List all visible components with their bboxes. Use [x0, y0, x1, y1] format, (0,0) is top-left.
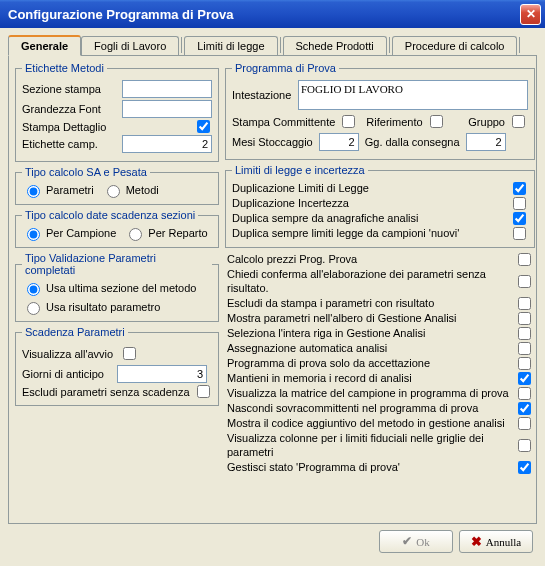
gruppo-checkbox[interactable]	[512, 115, 525, 128]
group-programma-prova: Programma di Prova Intestazione Stampa C…	[225, 62, 535, 160]
label-seleziona-riga: Seleziona l'intera riga in Gestione Anal…	[227, 326, 514, 340]
dup-limiti-checkbox[interactable]	[513, 182, 526, 195]
dup-campioni-nuovi-checkbox[interactable]	[513, 227, 526, 240]
legend-programma: Programma di Prova	[232, 62, 339, 74]
intestazione-input[interactable]	[298, 80, 528, 110]
tab-schede[interactable]: Schede Prodotti	[283, 36, 387, 55]
codice-aggiuntivo-checkbox[interactable]	[518, 417, 531, 430]
tab-limiti[interactable]: Limiti di legge	[184, 36, 277, 55]
assegnazione-auto-checkbox[interactable]	[518, 342, 531, 355]
etichette-camp-input[interactable]	[122, 135, 212, 153]
tab-bar: Generale Fogli di Lavoro Limiti di legge…	[8, 34, 537, 56]
label-codice-aggiuntivo: Mostra il codice aggiuntivo del metodo i…	[227, 416, 514, 430]
seleziona-riga-checkbox[interactable]	[518, 327, 531, 340]
label-solo-accettazione: Programma di prova solo da accettazione	[227, 356, 514, 370]
mantieni-memoria-checkbox[interactable]	[518, 372, 531, 385]
ok-button[interactable]: ✔ Ok	[379, 530, 453, 553]
label-mantieni-memoria: Mantieni in memoria i record di analisi	[227, 371, 514, 385]
label-assegnazione-auto: Assegnazione automatica analisi	[227, 341, 514, 355]
radio-per-reparto[interactable]: Per Reparto	[124, 225, 207, 241]
colonne-fiduciali-checkbox[interactable]	[518, 439, 531, 452]
label-mostra-albero: Mostra parametri nell'albero di Gestione…	[227, 311, 514, 325]
group-scadenza-parametri: Scadenza Parametri Visualizza all'avvio …	[15, 326, 219, 406]
label-sezione-stampa: Sezione stampa	[22, 83, 122, 95]
radio-usa-risultato[interactable]: Usa risultato parametro	[22, 299, 160, 315]
mesi-stoccaggio-input[interactable]	[319, 133, 359, 151]
label-dup-anagrafiche: Duplica sempre da anagrafiche analisi	[232, 211, 509, 225]
label-giorni-anticipo: Giorni di anticipo	[22, 368, 117, 380]
riferimento-checkbox[interactable]	[430, 115, 443, 128]
close-icon[interactable]: ✕	[520, 4, 541, 25]
cancel-icon: ✖	[471, 534, 482, 550]
tab-separator	[519, 37, 520, 53]
label-dup-campioni-nuovi: Duplica sempre limiti legge da campioni …	[232, 226, 509, 240]
label-intestazione: Intestazione	[232, 89, 298, 101]
legend-tipo-calcolo-sa: Tipo calcolo SA e Pesata	[22, 166, 150, 178]
grandezza-font-input[interactable]	[122, 100, 212, 118]
tab-fogli[interactable]: Fogli di Lavoro	[81, 36, 179, 55]
radio-metodi[interactable]: Metodi	[102, 182, 159, 198]
dup-incertezza-checkbox[interactable]	[513, 197, 526, 210]
visualizza-avvio-checkbox[interactable]	[123, 347, 136, 360]
tab-procedure[interactable]: Procedure di calcolo	[392, 36, 518, 55]
label-dup-limiti: Duplicazione Limiti di Legge	[232, 181, 509, 195]
label-riferimento: Riferimento	[366, 116, 422, 128]
annulla-button[interactable]: ✖ Annulla	[459, 530, 533, 553]
gruppo-field: Gruppo	[468, 112, 528, 131]
escludi-senza-scadenza-checkbox[interactable]	[197, 385, 210, 398]
legend-scadenza: Scadenza Parametri	[22, 326, 128, 338]
label-escludi-stampa: Escludi da stampa i parametri con risult…	[227, 296, 514, 310]
label-gruppo: Gruppo	[468, 116, 505, 128]
label-gg-consegna: Gg. dalla consegna	[365, 136, 460, 148]
options-list: Calcolo prezzi Prog. Prova Chiedi confer…	[225, 252, 535, 474]
visualizza-matrice-checkbox[interactable]	[518, 387, 531, 400]
dup-anagrafiche-checkbox[interactable]	[513, 212, 526, 225]
group-tipo-calcolo-date: Tipo calcolo date scadenza sezioni Per C…	[15, 209, 219, 248]
stampa-committente-checkbox[interactable]	[342, 115, 355, 128]
client-area: Generale Fogli di Lavoro Limiti di legge…	[0, 28, 545, 561]
gestisci-stato-checkbox[interactable]	[518, 461, 531, 474]
legend-tipo-validazione: Tipo Validazione Parametri completati	[22, 252, 212, 276]
group-limiti-legge: Limiti di legge e incertezza Duplicazion…	[225, 164, 535, 248]
label-mesi-stoccaggio: Mesi Stoccaggio	[232, 136, 313, 148]
mostra-albero-checkbox[interactable]	[518, 312, 531, 325]
tab-separator	[181, 37, 182, 53]
label-visualizza-avvio: Visualizza all'avvio	[22, 348, 113, 360]
legend-etichette-metodi: Etichette Metodi	[22, 62, 107, 74]
label-chiedi-conferma: Chiedi conferma all'elaborazione dei par…	[227, 267, 514, 295]
gg-consegna-input[interactable]	[466, 133, 506, 151]
label-escludi-senza-scadenza: Escludi parametri senza scadenza	[22, 386, 193, 398]
chiedi-conferma-checkbox[interactable]	[518, 275, 531, 288]
radio-per-campione[interactable]: Per Campione	[22, 225, 116, 241]
label-etichette-camp: Etichette camp.	[22, 138, 122, 150]
calcolo-prezzi-checkbox[interactable]	[518, 253, 531, 266]
titlebar: Configurazione Programma di Prova ✕	[0, 0, 545, 28]
group-tipo-validazione: Tipo Validazione Parametri completati Us…	[15, 252, 219, 322]
check-icon: ✔	[402, 534, 412, 549]
nascondi-sovracomm-checkbox[interactable]	[518, 402, 531, 415]
group-tipo-calcolo-sa: Tipo calcolo SA e Pesata Parametri Metod…	[15, 166, 219, 205]
stampa-dettaglio-checkbox[interactable]	[197, 120, 210, 133]
solo-accettazione-checkbox[interactable]	[518, 357, 531, 370]
window-title: Configurazione Programma di Prova	[8, 7, 520, 22]
label-visualizza-matrice: Visualizza la matrice del campione in pr…	[227, 386, 514, 400]
tab-panel-generale: Etichette Metodi Sezione stampa Grandezz…	[8, 56, 537, 524]
riferimento-field: Riferimento	[366, 112, 445, 131]
radio-parametri[interactable]: Parametri	[22, 182, 94, 198]
tab-generale[interactable]: Generale	[8, 35, 81, 56]
label-nascondi-sovracomm: Nascondi sovracommittenti nel programma …	[227, 401, 514, 415]
label-grandezza-font: Grandezza Font	[22, 103, 122, 115]
tab-separator	[389, 37, 390, 53]
giorni-anticipo-input[interactable]	[117, 365, 207, 383]
escludi-stampa-checkbox[interactable]	[518, 297, 531, 310]
sezione-stampa-input[interactable]	[122, 80, 212, 98]
label-colonne-fiduciali: Visualizza colonne per i limiti fiducial…	[227, 431, 514, 459]
label-calcolo-prezzi: Calcolo prezzi Prog. Prova	[227, 252, 514, 266]
radio-usa-ultima[interactable]: Usa ultima sezione del metodo	[22, 280, 196, 296]
dialog-footer: ✔ Ok ✖ Annulla	[8, 524, 537, 553]
annulla-button-label: Annulla	[486, 536, 521, 548]
legend-tipo-calcolo-date: Tipo calcolo date scadenza sezioni	[22, 209, 198, 221]
tab-separator	[280, 37, 281, 53]
legend-limiti: Limiti di legge e incertezza	[232, 164, 368, 176]
label-dup-incertezza: Duplicazione Incertezza	[232, 196, 509, 210]
